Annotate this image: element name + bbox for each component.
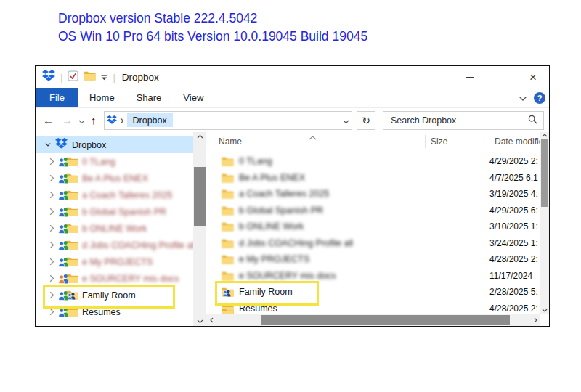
expand-chevron-icon[interactable] <box>49 174 55 182</box>
tree-item[interactable]: 0 TLang <box>36 153 193 170</box>
sort-ascending-icon <box>309 132 317 142</box>
help-button[interactable]: ? <box>534 92 545 104</box>
collapse-chevron-icon[interactable] <box>45 142 51 147</box>
scroll-down-icon[interactable] <box>540 309 549 312</box>
table-row[interactable]: Be A Plus ENEX4/7/2025 6:1 <box>206 170 540 187</box>
expand-chevron-icon[interactable] <box>49 274 55 282</box>
scroll-up-icon[interactable] <box>540 134 549 137</box>
list-scrollbar-thumb[interactable] <box>541 139 548 207</box>
expand-chevron-icon[interactable] <box>49 191 55 199</box>
refresh-button[interactable]: ↻ <box>357 111 375 130</box>
minimize-button[interactable] <box>453 66 485 88</box>
tree-item-label: Resumes <box>82 307 121 317</box>
expand-chevron-icon[interactable] <box>49 241 55 249</box>
recent-locations-chevron-icon[interactable] <box>78 114 85 127</box>
tree-item[interactable]: Family Room <box>36 287 193 303</box>
tab-share[interactable]: Share <box>126 88 173 107</box>
tab-view[interactable]: View <box>172 88 214 107</box>
table-row[interactable]: a Coach Talleres 20253/19/2025 4: <box>206 186 540 203</box>
table-row[interactable]: e My PROJECTS4/28/2025 2: <box>206 251 540 268</box>
breadcrumb-chevron-icon <box>120 114 124 127</box>
search-input[interactable] <box>389 115 528 126</box>
forward-button[interactable]: → <box>60 115 75 126</box>
address-box[interactable]: Dropbox <box>104 111 353 130</box>
shared-people-folder-icon <box>58 173 79 184</box>
expand-chevron-icon[interactable] <box>49 158 55 166</box>
tree-item[interactable]: d Jobs COACHing Profile all <box>36 237 193 253</box>
tab-home[interactable]: Home <box>78 88 126 107</box>
folder-icon <box>222 271 235 281</box>
annotation-text: Dropbox version Stable 222.4.5042 OS Win… <box>58 9 367 46</box>
expand-chevron-icon[interactable] <box>49 308 55 316</box>
expand-chevron-icon[interactable] <box>49 208 55 216</box>
table-row[interactable]: 0 TLang4/29/2025 2: <box>206 153 540 170</box>
tree-item[interactable]: e SOURCERY mis docs <box>36 270 193 287</box>
table-row[interactable]: d Jobs COACHing Profile all3/24/2025 1: <box>206 235 540 252</box>
expand-chevron-icon[interactable] <box>49 291 55 299</box>
tree-scrollbar-thumb[interactable] <box>194 167 206 226</box>
date-modified: 3/10/2025 1: <box>484 221 540 232</box>
tree-item-label: Family Room <box>82 290 136 301</box>
people-badge-icon <box>58 190 69 203</box>
tree-item[interactable]: b ONLINE Work <box>36 220 193 237</box>
people-badge-icon <box>58 224 69 237</box>
folder-icon <box>222 189 235 199</box>
shared-people-folder-icon <box>58 256 79 267</box>
file-name: 0 TLang <box>235 156 420 166</box>
tree-item[interactable]: Be A Plus ENEX <box>36 170 193 187</box>
search-icon[interactable] <box>528 114 537 127</box>
tree-item[interactable]: Resumes <box>36 303 193 320</box>
people-badge-icon <box>58 240 69 253</box>
breadcrumb[interactable]: Dropbox <box>127 113 173 127</box>
table-row[interactable]: e SOURCERY mis docs11/17/2024 <box>206 268 540 285</box>
minimize-ribbon-chevron-icon[interactable] <box>519 91 527 105</box>
quick-access-toolbar-caret-icon[interactable] <box>101 70 107 83</box>
annotation-line2: OS Win 10 Pro 64 bits Version 10.0.19045… <box>58 28 367 46</box>
tab-file[interactable]: File <box>36 88 78 107</box>
table-row[interactable]: b Global Spanish PR4/29/2025 6: <box>206 203 540 219</box>
annotation-line1: Dropbox version Stable 222.4.5042 <box>58 9 367 28</box>
up-button[interactable]: ↑ <box>89 115 99 126</box>
shared-people-folder-icon <box>58 189 79 200</box>
table-row[interactable]: Family Room2/28/2025 5: <box>206 284 540 301</box>
tree-item[interactable]: a Coach Talleres 2025 <box>36 187 193 203</box>
date-modified: 3/24/2025 1: <box>484 238 540 248</box>
column-header-size[interactable]: Size <box>425 135 489 148</box>
list-horizontal-scrollbar[interactable] <box>206 314 540 326</box>
folder-icon <box>222 205 235 216</box>
scroll-up-icon[interactable] <box>193 134 206 139</box>
file-name: e My PROJECTS <box>235 254 420 264</box>
expand-chevron-icon[interactable] <box>49 224 55 232</box>
file-name: a Coach Talleres 2025 <box>235 189 420 199</box>
close-button[interactable]: × <box>517 66 549 88</box>
date-modified: 4/28/2025 2: <box>484 254 540 264</box>
file-list-pane: Name Size Date modified 0 TLang4/29/2025… <box>206 132 549 326</box>
tree-root-dropbox[interactable]: Dropbox <box>36 136 193 153</box>
properties-checkbox-icon[interactable] <box>68 70 78 84</box>
folder-icon[interactable] <box>84 70 96 83</box>
maximize-button[interactable] <box>485 66 517 88</box>
date-modified: 4/29/2025 6: <box>484 205 540 216</box>
list-vertical-scrollbar[interactable] <box>540 132 549 314</box>
back-button[interactable]: ← <box>41 115 56 126</box>
expand-chevron-icon[interactable] <box>49 258 55 266</box>
tree-scrollbar[interactable] <box>193 132 206 326</box>
people-badge-icon <box>58 257 69 270</box>
scroll-down-icon[interactable] <box>193 319 206 324</box>
tree-item[interactable]: e My PROJECTS <box>36 253 193 270</box>
shared-people-folder-icon <box>58 306 79 317</box>
tree-item-label: e My PROJECTS <box>82 257 153 267</box>
address-dropdown-chevron-icon[interactable] <box>343 114 349 127</box>
file-name: Family Room <box>235 287 420 297</box>
table-row[interactable]: Resumes4/28/2025 2: <box>206 301 540 314</box>
people-badge-icon <box>58 290 69 303</box>
tree-item[interactable]: b Global Spanish PR <box>36 203 193 220</box>
folder-icon <box>222 238 235 248</box>
horizontal-scrollbar-thumb[interactable] <box>261 315 510 325</box>
shared-people-folder-icon <box>58 240 79 250</box>
people-badge-icon <box>58 207 69 220</box>
scroll-left-icon[interactable] <box>206 317 216 323</box>
table-row[interactable]: b ONLINE Work3/10/2025 1: <box>206 219 540 235</box>
titlebar: | | Dropbox × <box>36 66 549 88</box>
scroll-right-icon[interactable] <box>530 317 540 323</box>
